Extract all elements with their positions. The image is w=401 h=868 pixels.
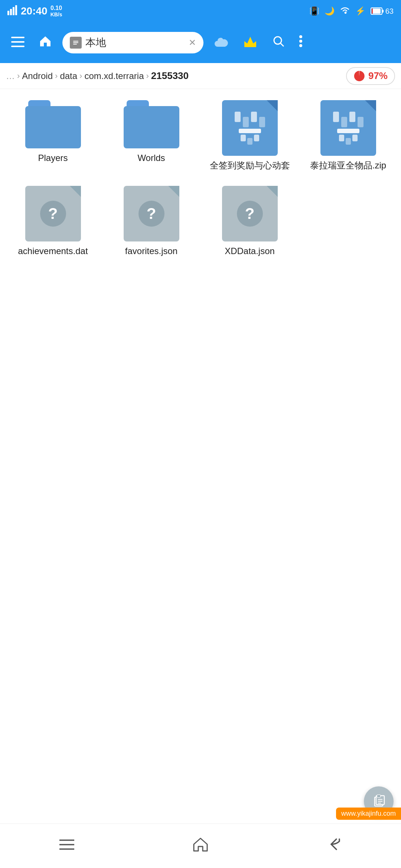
svg-rect-14 — [73, 44, 77, 45]
folder-icon-players — [25, 100, 81, 148]
file-item-worlds[interactable]: Worlds — [106, 96, 197, 175]
file-item-players[interactable]: Players — [7, 96, 98, 175]
unknown-icon-achievements: ? — [25, 186, 81, 241]
nav-menu-button[interactable] — [44, 832, 90, 860]
svg-point-16 — [274, 37, 281, 44]
file-name-favorites: favorites.json — [125, 245, 177, 257]
cloud-button[interactable] — [211, 32, 232, 53]
breadcrumb-data[interactable]: data — [60, 71, 77, 81]
file-name-zip1: 全签到奖励与心动套 — [210, 160, 290, 171]
svg-rect-2 — [13, 7, 14, 15]
status-left: 20:40 0.10 KB/s — [7, 4, 62, 18]
status-speed: 0.10 KB/s — [50, 4, 62, 18]
svg-rect-12 — [73, 41, 78, 42]
content-area: Players Worlds — [0, 89, 401, 823]
tab-file-icon — [70, 37, 82, 49]
svg-point-19 — [299, 40, 302, 43]
breadcrumb-sep-1: › — [55, 71, 58, 81]
crown-button[interactable] — [239, 31, 261, 54]
svg-rect-7 — [372, 9, 373, 14]
zip-icon-2 — [320, 100, 376, 156]
svg-rect-15 — [244, 46, 256, 47]
status-time: 20:40 — [21, 5, 48, 17]
moon-icon: 🌙 — [325, 6, 335, 16]
svg-rect-0 — [7, 11, 9, 15]
vibrate-icon: 📳 — [309, 6, 319, 16]
file-name-achievements: achievements.dat — [18, 245, 88, 257]
nav-home-button[interactable] — [177, 830, 224, 862]
status-bar: 20:40 0.10 KB/s 📳 🌙 ⚡ 63 — [0, 0, 401, 22]
file-name-xddata: XDData.json — [225, 245, 275, 257]
svg-line-17 — [281, 43, 284, 46]
file-grid: Players Worlds — [0, 89, 401, 268]
file-item-zip2[interactable]: 泰拉瑞亚全物品.zip — [303, 96, 394, 175]
file-item-achievements[interactable]: ? achievements.dat — [7, 182, 98, 260]
unknown-icon-xddata: ? — [222, 186, 278, 241]
svg-rect-1 — [10, 9, 12, 15]
more-button[interactable] — [296, 31, 306, 54]
file-item-xddata[interactable]: ? XDData.json — [204, 182, 295, 260]
tab-label: 本地 — [85, 36, 185, 50]
svg-rect-6 — [382, 10, 384, 13]
svg-rect-9 — [11, 41, 25, 43]
svg-rect-3 — [15, 5, 17, 15]
file-item-zip1[interactable]: 全签到奖励与心动套 — [204, 96, 295, 175]
svg-point-20 — [299, 44, 302, 47]
bottom-nav — [0, 823, 401, 868]
search-button[interactable] — [269, 32, 288, 54]
file-name-players: Players — [38, 152, 68, 164]
svg-rect-5 — [372, 9, 381, 14]
watermark: www.yikajinfu.com — [336, 808, 401, 820]
file-name-zip2: 泰拉瑞亚全物品.zip — [310, 160, 386, 171]
nav-back-button[interactable] — [311, 830, 357, 862]
storage-badge: 97% — [346, 67, 395, 85]
menu-button[interactable] — [7, 31, 28, 54]
bolt-icon: ⚡ — [355, 6, 365, 16]
app-bar: 本地 ✕ — [0, 22, 401, 63]
breadcrumb-sep-3: › — [146, 71, 149, 81]
svg-rect-10 — [11, 46, 25, 47]
storage-percent: 97% — [368, 70, 388, 82]
signal-icon — [7, 5, 18, 17]
file-name-worlds: Worlds — [137, 152, 165, 164]
wifi-icon — [340, 6, 350, 16]
svg-rect-24 — [377, 795, 381, 797]
home-button[interactable] — [36, 32, 55, 54]
svg-point-18 — [299, 35, 302, 38]
breadcrumb-sep-2: › — [79, 71, 82, 81]
tab-pill[interactable]: 本地 ✕ — [62, 32, 203, 53]
breadcrumb-sep-0: › — [17, 71, 20, 81]
file-item-favorites[interactable]: ? favorites.json — [106, 182, 197, 260]
breadcrumb-current[interactable]: 2155330 — [151, 70, 189, 82]
folder-icon-worlds — [124, 100, 179, 148]
svg-rect-13 — [73, 42, 78, 43]
unknown-icon-favorites: ? — [124, 186, 179, 241]
zip-icon-1 — [222, 100, 278, 156]
svg-rect-8 — [11, 37, 25, 38]
battery-icon: 63 — [371, 7, 394, 16]
status-right: 📳 🌙 ⚡ 63 — [309, 6, 394, 16]
breadcrumb-item-0[interactable]: … — [6, 71, 15, 81]
breadcrumb-android[interactable]: Android — [22, 71, 53, 81]
breadcrumb-bar: … › Android › data › com.xd.terraria › 2… — [0, 63, 401, 89]
breadcrumb-pkg[interactable]: com.xd.terraria — [84, 71, 144, 81]
tab-close-button[interactable]: ✕ — [189, 37, 196, 48]
